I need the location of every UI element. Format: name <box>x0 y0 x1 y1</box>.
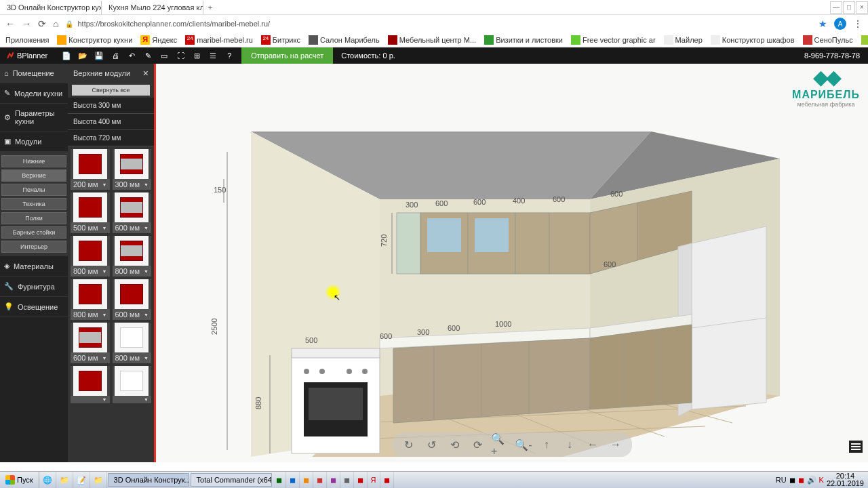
tray-icon[interactable]: ◼ <box>789 476 795 485</box>
app-icon[interactable]: ◼ <box>300 472 313 488</box>
pan-down-icon[interactable]: ↓ <box>560 435 579 454</box>
height-400[interactable]: Высота 400 мм <box>68 114 154 130</box>
apps-bookmark[interactable]: Приложения <box>5 36 49 44</box>
app-icon[interactable]: ◼ <box>313 472 327 488</box>
bookmark[interactable]: Конструктор кухни <box>57 35 132 45</box>
help-icon[interactable]: ? <box>224 50 235 61</box>
sub-shelves[interactable]: Полки <box>1 212 66 224</box>
sub-lower[interactable]: Нижние <box>1 155 66 167</box>
app-icon[interactable]: ◼ <box>286 472 300 488</box>
bookmark[interactable]: Салон Марибель <box>309 35 380 45</box>
sub-tech[interactable]: Техника <box>1 198 66 210</box>
url-input[interactable]: 🔒https://broskokitchenplanner.com/client… <box>65 20 812 28</box>
minimize-button[interactable]: — <box>830 1 842 14</box>
bookmark[interactable]: СеноПульс <box>803 35 853 45</box>
sub-penal[interactable]: Пеналы <box>1 184 66 196</box>
edit-icon[interactable]: ✎ <box>142 50 153 61</box>
home-button[interactable]: ⌂ <box>53 18 58 29</box>
app-icon[interactable]: ◼ <box>327 472 340 488</box>
tray-icon[interactable]: ◼ <box>798 476 804 485</box>
zoom-out-icon[interactable]: 🔍- <box>514 435 533 454</box>
forward-button[interactable]: → <box>22 18 31 29</box>
nav-modules[interactable]: ▣Модули <box>0 131 68 152</box>
zoom-in-icon[interactable]: 🔍+ <box>491 435 510 454</box>
new-tab-button[interactable]: + <box>203 3 217 12</box>
notepad-icon[interactable]: 📝 <box>73 472 90 488</box>
fullscreen-icon[interactable]: ⛶ <box>175 50 186 61</box>
bookmark[interactable]: ЯЯндекс <box>140 35 177 45</box>
app-icon[interactable]: ◼ <box>380 472 394 488</box>
taskbar-app-1[interactable]: 3D Онлайн Конструк... <box>108 473 189 487</box>
viewport-3d[interactable]: ↖ ◆◆ МАРИБЕЛЬ мебельная фабрика <box>156 64 868 462</box>
module-item[interactable]: 200 мм▼ <box>71 149 110 190</box>
pan-left-icon[interactable]: ← <box>583 435 602 454</box>
explorer-icon[interactable]: 📁 <box>56 472 73 488</box>
tc-icon[interactable]: 📁 <box>90 472 107 488</box>
start-button[interactable]: Пуск <box>0 472 39 488</box>
star-icon[interactable]: ★ <box>818 18 827 29</box>
back-button[interactable]: ← <box>5 18 15 29</box>
send-calculation-button[interactable]: Отправить на расчет <box>241 47 333 64</box>
pan-right-icon[interactable]: → <box>606 435 625 454</box>
list-icon[interactable]: ☰ <box>208 50 218 61</box>
module-item[interactable]: 300 мм▼ <box>113 149 152 190</box>
sub-upper[interactable]: Верхние <box>1 169 66 182</box>
tab-1[interactable]: 3D Онлайн Конструктор кухни× <box>0 1 102 14</box>
taskbar-app-2[interactable]: Total Commander (x64) ... <box>191 473 272 487</box>
close-icon[interactable]: × <box>143 68 149 79</box>
module-item[interactable]: ▼ <box>113 366 152 403</box>
grid-icon[interactable]: ⊞ <box>191 50 202 61</box>
tray-icon[interactable]: 🔊 <box>807 476 816 485</box>
bookmark[interactable]: Визитки и листовки <box>484 35 563 45</box>
nav-hardware[interactable]: 🔧Фурнитура <box>0 277 68 297</box>
bookmark[interactable]: Майлер <box>664 35 703 45</box>
undo-icon[interactable]: ↶ <box>126 50 137 61</box>
new-file-icon[interactable]: 📄 <box>61 50 72 61</box>
tab-2[interactable]: Кухня Мыло 224 угловая клиент× <box>102 1 203 14</box>
bookmark[interactable]: Free vector graphic ar <box>571 35 656 45</box>
rotate-right-icon[interactable]: ↺ <box>422 435 441 454</box>
bookmark[interactable]: Конструктор шкафов <box>711 35 795 45</box>
module-item[interactable]: 800 мм▼ <box>71 236 110 277</box>
module-item[interactable]: ▼ <box>71 366 110 403</box>
rotate-down-icon[interactable]: ⟳ <box>468 435 487 454</box>
clock[interactable]: 20:1422.01.2019 <box>827 472 864 487</box>
rotate-up-icon[interactable]: ⟲ <box>445 435 464 454</box>
height-300[interactable]: Высота 300 мм <box>68 98 154 114</box>
save-icon[interactable]: 💾 <box>94 50 104 61</box>
print-icon[interactable]: 🖨 <box>110 50 121 61</box>
module-item[interactable]: 600 мм▼ <box>113 279 152 320</box>
module-item[interactable]: 600 мм▼ <box>71 323 110 363</box>
sub-interior[interactable]: Интерьер <box>1 241 66 253</box>
open-file-icon[interactable]: 📂 <box>77 50 88 61</box>
app-icon[interactable]: ◼ <box>354 472 368 488</box>
sub-bar[interactable]: Барные стойки <box>1 226 66 239</box>
bookmark[interactable]: Реклама на транспо <box>861 35 868 45</box>
module-item[interactable]: 600 мм▼ <box>113 192 152 233</box>
rotate-left-icon[interactable]: ↻ <box>399 435 418 454</box>
app-icon[interactable]: ◼ <box>340 472 354 488</box>
maximize-button[interactable]: □ <box>843 1 855 14</box>
nav-room[interactable]: ⌂Помещение <box>0 64 68 83</box>
module-item[interactable]: 800 мм▼ <box>71 279 110 320</box>
app-icon[interactable]: Я <box>368 472 380 488</box>
nav-materials[interactable]: ◈Материалы <box>0 256 68 277</box>
ie-icon[interactable]: 🌐 <box>39 472 56 488</box>
lang-indicator[interactable]: RU <box>776 476 787 484</box>
nav-lighting[interactable]: 💡Освещение <box>0 297 68 317</box>
viewport-menu-icon[interactable] <box>849 441 863 453</box>
module-item[interactable]: 800 мм▼ <box>113 323 152 363</box>
reload-button[interactable]: ⟳ <box>38 18 46 29</box>
height-720[interactable]: Высота 720 мм <box>68 130 154 146</box>
nav-models[interactable]: ✎Модели кухни <box>0 83 68 104</box>
menu-icon[interactable]: ⋮ <box>853 18 863 29</box>
nav-params[interactable]: ⚙Параметры кухни <box>0 104 68 131</box>
pan-up-icon[interactable]: ↑ <box>537 435 556 454</box>
collapse-all-button[interactable]: Свернуть все <box>72 85 150 96</box>
bookmark[interactable]: Мебельный центр М... <box>388 35 476 45</box>
app-icon[interactable]: ◼ <box>273 472 286 488</box>
bookmark[interactable]: 24maribel-mebel.ru <box>185 35 253 45</box>
bookmark[interactable]: 24Битрикс <box>261 35 300 45</box>
profile-avatar[interactable]: A <box>834 18 846 30</box>
ruler-icon[interactable]: ▭ <box>159 50 170 61</box>
